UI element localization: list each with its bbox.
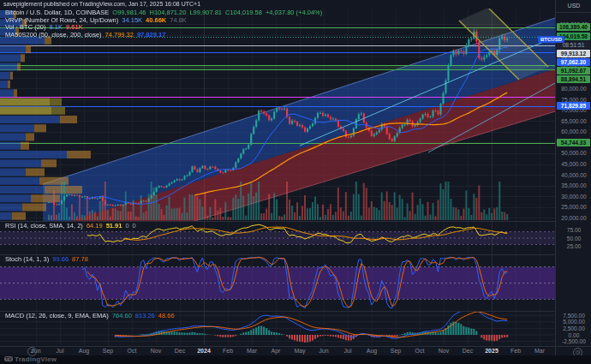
price-axis[interactable]: USD 110,000.00105,000.00100,000.0095,000… xyxy=(555,0,591,346)
time-axis-label: Jul xyxy=(344,348,352,354)
legend-value: L99,907.81 xyxy=(189,9,222,16)
legend-value: 813.26 xyxy=(135,312,155,319)
rsi-tick-label: 25.00 xyxy=(556,243,591,249)
time-axis-label: Nov xyxy=(439,348,449,354)
price-tick-label: 65,000.00 xyxy=(556,118,591,124)
price-level-badge: 91,092.67 xyxy=(557,67,590,75)
legend-value: 74.8K xyxy=(170,16,187,24)
time-axis-label: Mar xyxy=(534,348,545,354)
legend-value: +4,037.80 (+4.04%) xyxy=(266,9,322,16)
time-axis-label: Feb xyxy=(510,348,521,354)
time-axis-label: Aug xyxy=(79,348,89,354)
legend-row[interactable]: Stoch (14, 1, 3)99.6687.78 xyxy=(5,255,92,263)
price-tick-label: 50,000.00 xyxy=(556,150,591,156)
time-axis-label: Oct xyxy=(128,348,137,354)
price-level-badge: 97,062.30 xyxy=(557,58,590,66)
publish-watermark: savepiglement published on TradingView.c… xyxy=(3,1,200,7)
time-axis-label: Feb xyxy=(223,348,233,354)
time-axis-label: Nov xyxy=(151,348,161,354)
macd-tick-label: 5,000.00 xyxy=(556,319,591,325)
legend-value: 99.66 xyxy=(52,255,69,263)
legend-value: 87.78 xyxy=(72,255,88,263)
price-tick-label: 40,000.00 xyxy=(556,172,591,178)
legend-value: 0 xyxy=(133,222,136,230)
legend-value: 764.60 xyxy=(112,312,132,319)
macd-tick-label: 7,500.00 xyxy=(556,313,591,319)
replay-marker-badge[interactable]: 2 xyxy=(27,347,37,356)
time-axis-label: May xyxy=(294,348,305,354)
time-axis-label: Jul xyxy=(57,348,64,354)
time-axis-label: Mar xyxy=(247,348,257,354)
time-axis-label: Sep xyxy=(103,348,113,354)
macd-tick-label: -2,500.00 xyxy=(556,338,591,344)
rsi-tick-label: 75.00 xyxy=(556,227,591,233)
price-tick-label: 80,000.00 xyxy=(556,86,591,92)
time-axis-label: Jun xyxy=(319,348,328,354)
time-axis-label: Oct xyxy=(415,348,425,354)
rsi-tick-label: 50.00 xyxy=(556,236,591,242)
macd-tick-label: 2,500.00 xyxy=(556,325,591,331)
price-tick-label: 35,000.00 xyxy=(556,182,591,188)
price-level-badge: 99,913.12 xyxy=(557,50,590,57)
legend-value: 40.66K xyxy=(146,16,166,24)
price-axis-currency-label: USD xyxy=(556,3,591,13)
legend-value: C104,019.58 xyxy=(225,9,262,16)
tradingview-logo-icon: TV xyxy=(4,356,13,361)
legend-row[interactable]: MACD (12, 26, close, 9, EMA, EMA)764.608… xyxy=(5,312,178,319)
time-axis-label: Dec xyxy=(463,348,473,354)
legend-value: 64.19 xyxy=(87,222,103,230)
legend-row[interactable]: RSI (14, close, SMA, 14, 2)64.1951.9100 xyxy=(5,222,140,230)
legend-value: 74,799.32 xyxy=(105,31,134,39)
price-tick-label: 30,000.00 xyxy=(556,194,591,200)
tradingview-logo[interactable]: TVTradingView xyxy=(4,355,57,363)
time-axis-label: Sep xyxy=(391,348,401,354)
price-level-badge: 88,894.51 xyxy=(557,75,590,83)
footer-bar: TVTradingView xyxy=(0,355,591,364)
price-level-badge: 108,389.40 xyxy=(557,23,590,31)
legend-title: MACD (12, 26, close, 9, EMA, EMA) xyxy=(5,312,109,319)
chart-canvas[interactable] xyxy=(0,0,591,364)
legend-title: RSI (14, close, SMA, 14, 2) xyxy=(5,222,83,230)
legend-row[interactable]: MA50S200 (50, close, 200, close)74,799.3… xyxy=(5,31,169,39)
legend-title: Stoch (14, 1, 3) xyxy=(5,255,49,263)
time-axis-label: Aug xyxy=(367,348,377,354)
time-axis-label: 2024 xyxy=(197,348,211,354)
price-tick-label: 20,000.00 xyxy=(556,215,591,221)
legend-value: 0 xyxy=(125,222,128,230)
legend-value: 51.91 xyxy=(106,222,122,230)
price-level-badge: 54,744.33 xyxy=(557,139,590,146)
time-axis-label: Dec xyxy=(175,348,185,354)
price-level-badge: 71,829.85 xyxy=(557,102,590,110)
macd-tick-label: 0.00 xyxy=(556,332,591,338)
time-axis-label: Apr xyxy=(272,348,281,354)
price-tick-label: 45,000.00 xyxy=(556,161,591,167)
price-tick-label: 25,000.00 xyxy=(556,204,591,210)
time-axis-label: 2025 xyxy=(485,348,498,354)
tradingview-chart-window: savepiglement published on TradingView.c… xyxy=(0,0,591,364)
legend-value: 48.66 xyxy=(158,312,175,319)
price-line-symbol-pill[interactable]: BTCUSD xyxy=(538,36,564,43)
legend-value: 97,829.17 xyxy=(137,31,165,39)
price-tick-label: 60,000.00 xyxy=(556,128,591,134)
legend-value: 34.15K xyxy=(122,16,142,24)
legend-title: MA50S200 (50, close, 200, close) xyxy=(5,31,102,39)
